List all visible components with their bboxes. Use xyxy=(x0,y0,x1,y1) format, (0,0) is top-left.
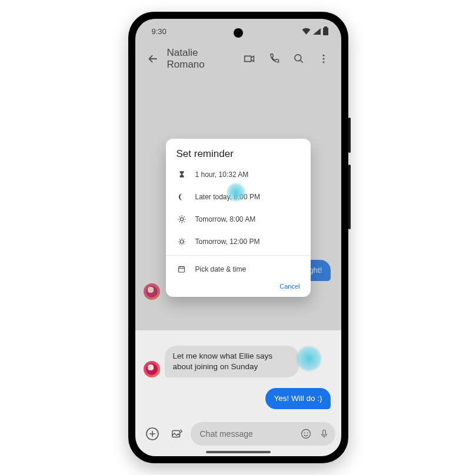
add-button[interactable] xyxy=(141,423,164,445)
power-button xyxy=(348,165,351,229)
message-received[interactable]: Let me know what Ellie says about joinin… xyxy=(144,346,299,377)
hourglass-icon xyxy=(177,170,187,179)
set-reminder-dialog: Set reminder 1 hour, 10:32 AM Later toda… xyxy=(166,139,311,297)
compose-bar: Chat message xyxy=(135,422,341,446)
svg-point-8 xyxy=(307,432,308,433)
svg-point-7 xyxy=(304,432,305,433)
option-label: Tomorrow, 12:00 PM xyxy=(195,238,260,246)
moon-icon xyxy=(177,192,187,202)
touch-indicator xyxy=(295,345,322,372)
option-label: Tomorrow, 8:00 AM xyxy=(195,215,256,223)
reminder-option-tomorrow-noon[interactable]: Tomorrow, 12:00 PM xyxy=(166,230,311,253)
calendar-icon xyxy=(177,265,187,274)
nav-handle[interactable] xyxy=(206,451,271,453)
voice-input-button[interactable] xyxy=(319,428,329,440)
touch-indicator xyxy=(226,182,246,202)
message-input[interactable]: Chat message xyxy=(191,422,335,446)
volume-button xyxy=(348,118,351,153)
svg-point-11 xyxy=(180,240,184,243)
phone-frame: 9:30 Natalie Romano xyxy=(128,12,348,463)
divider xyxy=(166,255,311,256)
dialog-title: Set reminder xyxy=(166,148,311,163)
front-camera xyxy=(234,28,243,38)
message-input-placeholder: Chat message xyxy=(200,429,253,439)
reminder-option-1hour[interactable]: 1 hour, 10:32 AM xyxy=(166,163,311,186)
option-label: 1 hour, 10:32 AM xyxy=(195,170,249,179)
pick-date-time-option[interactable]: Pick date & time xyxy=(166,258,311,280)
svg-point-10 xyxy=(180,218,183,220)
avatar[interactable] xyxy=(144,361,160,377)
brightness-icon xyxy=(177,215,187,224)
sun-icon xyxy=(177,237,187,246)
message-bubble: Let me know what Ellie says about joinin… xyxy=(165,346,299,377)
svg-point-6 xyxy=(301,430,310,439)
message-sent[interactable]: Yes! Will do :) xyxy=(265,388,330,409)
screen: 9:30 Natalie Romano xyxy=(135,19,341,456)
emoji-button[interactable] xyxy=(300,428,312,440)
message-bubble: Yes! Will do :) xyxy=(265,388,330,409)
reminder-option-tomorrow-morning[interactable]: Tomorrow, 8:00 AM xyxy=(166,208,311,230)
svg-rect-12 xyxy=(179,267,185,272)
svg-rect-9 xyxy=(322,430,325,435)
gallery-button[interactable] xyxy=(166,423,188,445)
option-label: Pick date & time xyxy=(195,265,247,273)
cancel-button[interactable]: Cancel xyxy=(279,283,299,290)
